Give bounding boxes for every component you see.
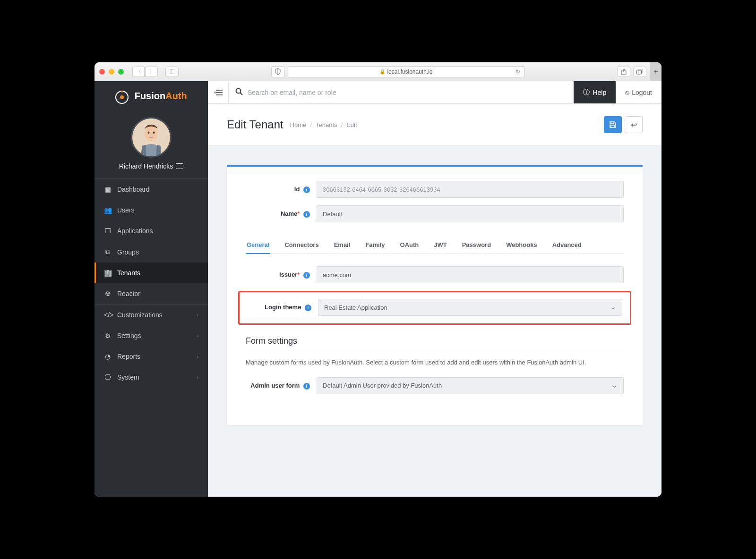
- info-icon[interactable]: i: [303, 272, 310, 279]
- info-icon[interactable]: i: [305, 305, 311, 311]
- breadcrumb-item[interactable]: Tenants: [316, 121, 337, 128]
- breadcrumb: Home / Tenants / Edit: [290, 121, 357, 128]
- back-button[interactable]: 〈: [132, 67, 145, 77]
- privacy-shield-icon[interactable]: [271, 66, 284, 77]
- sidebar: FusionAuth Richard Hendricks ▦Dashboard …: [94, 81, 208, 497]
- search-wrap: [229, 81, 574, 103]
- tab-password[interactable]: Password: [461, 237, 492, 254]
- sidebar-item-system[interactable]: 🖵System‹: [94, 367, 208, 388]
- logout-button[interactable]: ⎋Logout: [616, 81, 662, 103]
- svg-point-7: [145, 126, 158, 141]
- sidebar-toggle-icon[interactable]: [165, 67, 179, 77]
- tab-connectors[interactable]: Connectors: [284, 237, 319, 254]
- tab-oauth[interactable]: OAuth: [399, 237, 420, 254]
- tabs: General Connectors Email Family OAuth JW…: [246, 237, 624, 254]
- tab-email[interactable]: Email: [333, 237, 352, 254]
- cube-icon: ❒: [104, 227, 112, 235]
- code-icon: </>: [104, 311, 112, 319]
- name-row: Name* i: [246, 205, 624, 222]
- back-button[interactable]: ↩: [625, 116, 643, 133]
- save-button[interactable]: [604, 116, 622, 133]
- search-input[interactable]: [248, 89, 567, 96]
- nav-buttons: 〈 〉: [132, 67, 158, 77]
- tab-family[interactable]: Family: [364, 237, 386, 254]
- info-icon[interactable]: i: [303, 211, 310, 218]
- logo: FusionAuth: [94, 81, 208, 109]
- svg-point-13: [236, 88, 241, 93]
- sidebar-item-reactor[interactable]: ☢Reactor: [94, 283, 208, 304]
- window-controls: [99, 69, 124, 75]
- svg-rect-0: [169, 69, 175, 74]
- form-panel: Id i Name* i General Connectors Email Fa…: [227, 165, 643, 425]
- svg-point-8: [148, 131, 150, 134]
- sidebar-item-settings[interactable]: ⚙Settings‹: [94, 325, 208, 346]
- tab-webhooks[interactable]: Webhooks: [505, 237, 538, 254]
- breadcrumb-item: Edit: [346, 121, 357, 128]
- share-icon[interactable]: [617, 67, 630, 77]
- form-settings-heading: Form settings: [246, 336, 624, 350]
- building-icon: 🏢: [104, 269, 112, 277]
- name-label: Name* i: [246, 210, 317, 218]
- app-body: FusionAuth Richard Hendricks ▦Dashboard …: [94, 81, 662, 497]
- sidebar-item-dashboard[interactable]: ▦Dashboard: [94, 179, 208, 200]
- tab-advanced[interactable]: Advanced: [551, 237, 583, 254]
- tab-general[interactable]: General: [246, 237, 270, 254]
- tab-jwt[interactable]: JWT: [433, 237, 447, 254]
- sidebar-item-reports[interactable]: ◔Reports‹: [94, 346, 208, 367]
- page-header: Edit Tenant Home / Tenants / Edit ↩: [208, 104, 662, 146]
- id-card-icon: [176, 163, 183, 169]
- url-text: local.fusionauth.io: [387, 68, 432, 75]
- logo-text: FusionAuth: [135, 91, 187, 101]
- avatar[interactable]: [131, 117, 172, 158]
- name-field[interactable]: [317, 205, 624, 222]
- info-icon[interactable]: i: [303, 186, 310, 193]
- sidebar-item-users[interactable]: 👥Users: [94, 200, 208, 220]
- forward-button[interactable]: 〉: [146, 67, 158, 77]
- new-tab-button[interactable]: +: [650, 62, 662, 81]
- svg-line-14: [241, 93, 243, 95]
- username[interactable]: Richard Hendricks: [94, 162, 208, 178]
- login-theme-select[interactable]: Real Estate Application: [318, 299, 622, 316]
- login-theme-highlight: Login theme i Real Estate Application: [238, 291, 631, 325]
- sidebar-item-groups[interactable]: ⧉Groups: [94, 241, 208, 263]
- reactor-icon: ☢: [104, 290, 112, 297]
- groups-icon: ⧉: [104, 248, 112, 256]
- reload-icon[interactable]: ↻: [515, 68, 520, 75]
- form-settings-desc: Manage custom forms used by FusionAuth. …: [246, 358, 624, 368]
- url-bar[interactable]: 🔒 local.fusionauth.io ↻: [288, 66, 524, 77]
- issuer-label: Issuer* i: [246, 271, 317, 279]
- sidebar-item-applications[interactable]: ❒Applications: [94, 220, 208, 241]
- dashboard-icon: ▦: [104, 186, 112, 193]
- users-icon: 👥: [104, 206, 112, 214]
- chevron-left-icon: ‹: [197, 354, 198, 359]
- content: Edit Tenant Home / Tenants / Edit ↩: [208, 104, 662, 497]
- logout-icon: ⎋: [625, 89, 629, 96]
- minimize-window-icon[interactable]: [109, 69, 114, 75]
- chart-icon: ◔: [104, 353, 112, 360]
- sidebar-item-tenants[interactable]: 🏢Tenants: [94, 263, 208, 283]
- admin-form-row: Admin user form i Default Admin User pro…: [246, 377, 624, 394]
- info-icon[interactable]: i: [303, 383, 310, 390]
- main: ⓘHelp ⎋Logout Edit Tenant Home / Tenants…: [208, 81, 662, 497]
- maximize-window-icon[interactable]: [118, 69, 124, 75]
- page-title: Edit Tenant: [227, 118, 284, 131]
- admin-form-select[interactable]: Default Admin User provided by FusionAut…: [317, 377, 624, 394]
- sidebar-collapse-button[interactable]: [208, 81, 229, 103]
- monitor-icon: 🖵: [104, 373, 112, 381]
- id-label: Id i: [246, 186, 317, 193]
- login-theme-label: Login theme i: [247, 304, 318, 311]
- logo-mark-icon: [115, 91, 129, 104]
- tabs-icon[interactable]: [633, 67, 646, 77]
- issuer-field[interactable]: [317, 266, 624, 283]
- svg-rect-4: [637, 70, 642, 74]
- chevron-left-icon: ‹: [197, 333, 198, 339]
- close-window-icon[interactable]: [99, 69, 105, 75]
- breadcrumb-item[interactable]: Home: [290, 121, 307, 128]
- svg-rect-5: [638, 69, 643, 73]
- id-field: [317, 181, 624, 198]
- id-row: Id i: [246, 181, 624, 198]
- sidebar-item-customizations[interactable]: </>Customizations‹: [94, 305, 208, 325]
- page-actions: ↩: [604, 116, 643, 133]
- svg-point-9: [153, 131, 155, 134]
- help-button[interactable]: ⓘHelp: [574, 81, 616, 103]
